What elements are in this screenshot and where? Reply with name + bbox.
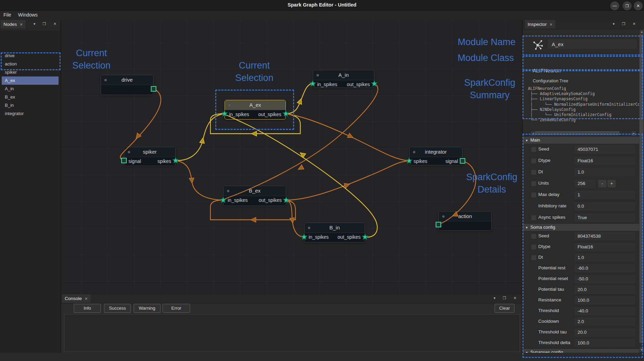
property-value[interactable]: 20.0 [574, 286, 635, 294]
edge-spiker.spikes-to-B_ex.in_spikes[interactable] [175, 161, 222, 200]
increment-button[interactable]: + [607, 180, 616, 187]
console-filter-warning[interactable]: Warning [134, 304, 160, 313]
clear-button[interactable]: Clear [495, 304, 515, 313]
list-item-drive[interactable]: drive [2, 52, 59, 60]
hscroll-thumb[interactable] [536, 131, 619, 135]
tab-inspector[interactable]: Inspector✕ [525, 20, 555, 29]
panel-dock-icons[interactable]: ▾ ❐ ✕ [613, 22, 639, 26]
node-A_ex[interactable]: A_exin_spikesout_spikes [225, 100, 286, 120]
property-label: Async spikes [538, 215, 565, 220]
list-item-B_in[interactable]: B_in [2, 101, 59, 110]
checkbox[interactable] [531, 255, 537, 260]
property-value[interactable]: -40.0 [574, 307, 635, 315]
property-value[interactable]: 804374538 [574, 232, 635, 240]
node-header: spiker [124, 147, 175, 157]
edge-spiker.spikes-to-A_ex.in_spikes[interactable] [175, 114, 224, 161]
tab-console[interactable]: Console✕ [62, 294, 91, 303]
close-button[interactable]: ✕ [634, 1, 643, 10]
edge-A_ex.out_spikes-to-A_in.in_spikes[interactable] [286, 84, 312, 114]
property-value[interactable]: 2.0 [574, 318, 635, 326]
node-B_ex[interactable]: B_exin_spikesout_spikes [223, 186, 286, 206]
property-value[interactable]: 1 [574, 191, 635, 199]
menu-file[interactable]: File [0, 11, 15, 19]
menu-windows[interactable]: Windows [15, 11, 41, 19]
checkbox[interactable] [531, 215, 537, 220]
console-filter-success[interactable]: Success [104, 304, 131, 313]
maximize-button[interactable]: ❐ [623, 1, 632, 10]
node-B_in[interactable]: B_inin_spikesout_spikes [304, 223, 365, 243]
list-item-integrator[interactable]: integrator [2, 110, 59, 118]
tab-close-icon[interactable]: ✕ [20, 22, 23, 27]
property-value[interactable]: 100.0 [574, 339, 635, 347]
property-value[interactable]: 100.0 [574, 296, 635, 305]
module-name-input[interactable]: A_ex [547, 39, 637, 50]
property-value[interactable]: -60.0 [574, 264, 635, 272]
edge-B_in.out_spikes-to-A_ex.in_spikes[interactable] [225, 114, 377, 237]
scroll-right-icon[interactable]: ▸ [632, 131, 636, 136]
property-value[interactable]: True [574, 214, 635, 222]
property-value[interactable]: 45037071 [574, 145, 635, 154]
menu-bar: FileWindows [0, 11, 644, 20]
minimize-button[interactable]: — [610, 1, 619, 10]
node-action[interactable]: action [438, 211, 492, 231]
node-A_in[interactable]: A_inin_spikesout_spikes [313, 70, 374, 88]
annotation-current-selection-left: CurrentSelection [68, 47, 115, 72]
property-value[interactable]: 0.0 [574, 202, 635, 210]
tab-close-icon[interactable]: ✕ [550, 22, 553, 27]
property-value[interactable]: 1.0 [574, 254, 635, 262]
console-filter-error[interactable]: Error [163, 304, 190, 313]
checkbox[interactable] [531, 158, 537, 164]
property-value[interactable]: 1.0 [574, 168, 635, 176]
list-item-spiker[interactable]: spiker [2, 68, 59, 76]
node-ports: in_spikesout_spikes [224, 196, 286, 206]
panel-dock-icons[interactable]: ▾ ❐ ✕ [494, 296, 520, 300]
section-header-synapses-config[interactable]: ▼Synapses config [523, 349, 639, 353]
title-bar[interactable]: Spark Graph Editor - Untitled — ❐ ✕ [0, 0, 644, 11]
edge-arrow-icon [200, 137, 206, 144]
property-value[interactable]: 20.0 [574, 328, 635, 337]
collapse-icon[interactable]: ▼ [525, 139, 528, 142]
console-filter-info[interactable]: Info [74, 304, 101, 313]
property-row-potential-tau: Potential tau20.0 [523, 284, 639, 295]
list-item-B_ex[interactable]: B_ex [2, 93, 59, 101]
tree-hscrollbar[interactable]: ◂ ▸ [531, 131, 636, 135]
checkbox[interactable] [531, 169, 537, 175]
checkbox[interactable] [531, 244, 537, 250]
edge-B_ex.out_spikes-to-B_in.in_spikes[interactable] [286, 200, 303, 237]
scroll-left-icon[interactable]: ◂ [531, 131, 536, 136]
node-spiker[interactable]: spikersignalspikes [124, 147, 176, 166]
property-value[interactable]: Float16 [574, 243, 635, 251]
checkbox[interactable] [531, 234, 537, 239]
list-item-A_ex[interactable]: A_ex [2, 76, 59, 85]
checkbox[interactable] [531, 147, 537, 152]
tab-nodes[interactable]: Nodes✕ [1, 20, 25, 29]
decrement-button[interactable]: - [598, 180, 606, 187]
edge-A_ex.out_spikes-to-integrator.spikes[interactable] [286, 114, 408, 161]
list-item-A_in[interactable]: A_in [2, 85, 59, 93]
property-value[interactable]: -50.0 [574, 275, 635, 283]
checkbox[interactable] [531, 192, 537, 198]
property-label: Potential reset [538, 276, 568, 281]
property-label: Inhibitory rate [538, 203, 567, 208]
collapse-icon[interactable]: ▼ [525, 226, 528, 229]
vscroll-thumb[interactable] [640, 34, 643, 343]
inspector-vscrollbar[interactable]: ▲ ▼ [639, 29, 644, 352]
scroll-up-icon[interactable]: ▲ [640, 30, 644, 34]
edge-B_ex.out_spikes-to-integrator.spikes[interactable] [286, 161, 408, 200]
annotation-current-selection-canvas: CurrentSelection [231, 59, 278, 84]
checkbox[interactable] [531, 181, 537, 186]
node-dot-icon [227, 190, 229, 192]
edge-arrow-icon [297, 165, 304, 172]
section-header-soma-config[interactable]: ▼Soma config [523, 224, 639, 231]
tab-close-icon[interactable]: ✕ [85, 297, 88, 301]
scroll-down-icon[interactable]: ▼ [640, 348, 644, 352]
node-integrator[interactable]: integratorspikessignal [409, 147, 463, 165]
property-value[interactable]: Float16 [574, 157, 635, 165]
panel-dock-icons[interactable]: ▾ ❐ ✕ [33, 22, 60, 26]
property-value[interactable]: 256 [574, 179, 595, 188]
list-item-action[interactable]: action [2, 60, 59, 68]
property-row-seed: Seed804374538 [523, 231, 639, 241]
node-drive[interactable]: drive [101, 75, 154, 95]
edge-arrow-icon [297, 98, 304, 104]
section-header-main[interactable]: ▼Main [523, 137, 639, 144]
